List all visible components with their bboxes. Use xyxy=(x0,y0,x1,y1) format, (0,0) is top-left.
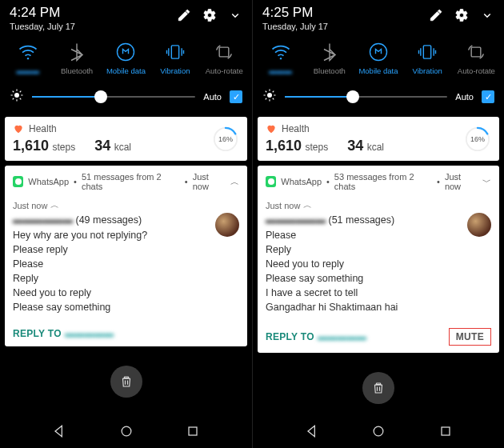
svg-point-8 xyxy=(279,58,281,59)
svg-point-14 xyxy=(374,426,383,436)
kcal-unit: kcal xyxy=(114,142,131,153)
wa-msg: Reply xyxy=(13,271,239,286)
qs-bluetooth[interactable]: Bluetooth xyxy=(54,41,100,75)
qs-auto-rotate[interactable]: Auto-rotate xyxy=(201,41,247,75)
brightness-slider[interactable] xyxy=(285,96,447,98)
bluetooth-icon xyxy=(318,41,341,63)
wa-actions: REPLY TO ▬▬▬▬▬ xyxy=(5,321,247,346)
qs-bluetooth[interactable]: Bluetooth xyxy=(306,41,353,75)
clear-all-button[interactable] xyxy=(362,372,394,404)
vibration-icon xyxy=(164,41,186,63)
kcal-value: 34 xyxy=(94,138,110,154)
chevron-down-icon[interactable] xyxy=(228,8,242,22)
status-actions xyxy=(177,5,242,22)
avatar xyxy=(467,213,491,237)
brightness-auto-check[interactable]: ✓ xyxy=(482,90,494,103)
health-title: Health xyxy=(282,123,310,134)
reply-button[interactable]: REPLY TO ▬▬▬▬▬ xyxy=(266,331,366,342)
nav-recent[interactable] xyxy=(438,423,454,439)
qs-auto-rotate[interactable]: Auto-rotate xyxy=(453,41,499,75)
navbar xyxy=(0,414,252,448)
edit-icon[interactable] xyxy=(177,8,191,22)
qs-auto-rotate-label: Auto-rotate xyxy=(458,66,495,75)
wa-header[interactable]: WhatsApp• 53 messages from 2 chats• Just… xyxy=(258,166,499,196)
nav-home[interactable] xyxy=(118,423,134,439)
gear-icon[interactable] xyxy=(202,8,217,22)
qs-vibration[interactable]: Vibration xyxy=(404,41,450,75)
nav-back[interactable] xyxy=(51,423,67,439)
svg-rect-2 xyxy=(171,46,178,58)
quick-settings: ▬▬▬ Bluetooth Mobile data Vibration Auto… xyxy=(0,33,252,80)
svg-point-12 xyxy=(267,93,272,98)
whatsapp-notification[interactable]: WhatsApp• 53 messages from 2 chats• Just… xyxy=(258,166,499,353)
qs-wifi[interactable]: ▬▬▬ xyxy=(258,41,304,75)
kcal-unit: kcal xyxy=(367,142,384,153)
mute-button[interactable]: MUTE xyxy=(449,328,491,346)
brightness-auto-label: Auto xyxy=(203,92,222,102)
wa-msg: Please reply xyxy=(13,242,239,257)
brightness-auto-label: Auto xyxy=(455,92,474,102)
status-date: Tuesday, July 17 xyxy=(262,22,328,31)
qs-mobile-data[interactable]: Mobile data xyxy=(355,41,402,75)
status-time: 4:24 PM xyxy=(10,5,75,21)
clear-all-button[interactable] xyxy=(110,366,142,398)
qs-wifi-label: ▬▬▬ xyxy=(16,66,39,75)
chevron-down-icon[interactable] xyxy=(480,8,494,22)
svg-rect-10 xyxy=(423,46,430,58)
wifi-icon xyxy=(17,41,39,63)
qs-vibration[interactable]: Vibration xyxy=(152,41,198,75)
navbar xyxy=(253,414,504,448)
wa-head-chevron-icon[interactable]: ︿ xyxy=(230,176,239,188)
wa-msg: Gangadhar hi Shaktimaan hai xyxy=(266,300,491,314)
steps-value: 1,610 xyxy=(13,138,49,154)
status-date: Tuesday, July 17 xyxy=(10,22,75,31)
qs-wifi[interactable]: ▬▬▬ xyxy=(5,41,51,75)
brightness-icon xyxy=(10,88,24,106)
edit-icon[interactable] xyxy=(429,8,443,22)
wa-msg: Please say something xyxy=(13,300,239,314)
panel-left: 4:24 PM Tuesday, July 17 ▬▬▬ Bluetooth M… xyxy=(0,0,252,448)
wa-sender: ▬▬▬▬▬▬ (49 messages) xyxy=(13,214,142,226)
health-ring: 16% xyxy=(212,126,239,153)
brightness-row: Auto ✓ xyxy=(253,80,504,117)
health-card[interactable]: Health 1,610 steps34 kcal 16% xyxy=(258,117,499,161)
health-pct: 16% xyxy=(470,135,485,143)
wa-messages: Please Reply Need you to reply Please sa… xyxy=(266,228,491,314)
quick-settings: ▬▬▬ Bluetooth Mobile data Vibration Auto… xyxy=(253,33,504,80)
steps-unit: steps xyxy=(306,142,329,153)
status-actions xyxy=(429,5,494,22)
nav-back[interactable] xyxy=(304,423,320,439)
health-card[interactable]: Health 1,610 steps 34 kcal 16% xyxy=(5,117,247,161)
health-title: Health xyxy=(29,123,57,134)
wa-summary: 51 messages from 2 chats xyxy=(82,172,180,191)
qs-auto-rotate-label: Auto-rotate xyxy=(206,66,243,75)
qs-wifi-label: ▬▬▬ xyxy=(269,66,292,75)
gear-icon[interactable] xyxy=(454,8,469,22)
wa-messages: Hey why are you not replying? Please rep… xyxy=(13,228,239,314)
wa-ago: Just now xyxy=(193,172,226,191)
wa-body-time: Just now︿ xyxy=(266,199,491,211)
qs-mobile-data[interactable]: Mobile data xyxy=(102,41,149,75)
nav-home[interactable] xyxy=(370,423,386,439)
nav-recent[interactable] xyxy=(185,423,201,439)
qs-bluetooth-label: Bluetooth xyxy=(314,66,346,75)
svg-rect-11 xyxy=(472,47,482,57)
brightness-row: Auto ✓ xyxy=(0,80,252,117)
whatsapp-icon xyxy=(13,176,23,187)
wa-msg: Reply xyxy=(266,242,491,257)
wa-header[interactable]: WhatsApp • 51 messages from 2 chats • Ju… xyxy=(5,166,247,196)
svg-rect-3 xyxy=(219,47,229,57)
qs-bluetooth-label: Bluetooth xyxy=(61,66,93,75)
qs-vibration-label: Vibration xyxy=(160,66,190,75)
status-time: 4:25 PM xyxy=(262,5,328,21)
wa-msg: Please say something xyxy=(266,271,491,286)
bluetooth-icon xyxy=(66,41,88,63)
reply-button[interactable]: REPLY TO ▬▬▬▬▬ xyxy=(13,328,114,339)
heart-icon xyxy=(13,123,24,134)
wa-msg: Hey why are you not replying? xyxy=(13,228,239,242)
svg-rect-15 xyxy=(442,427,450,435)
wa-head-chevron-icon[interactable]: ﹀ xyxy=(482,176,491,188)
brightness-auto-check[interactable]: ✓ xyxy=(230,90,242,103)
whatsapp-notification[interactable]: WhatsApp • 51 messages from 2 chats • Ju… xyxy=(5,166,247,346)
brightness-slider[interactable] xyxy=(32,96,195,98)
